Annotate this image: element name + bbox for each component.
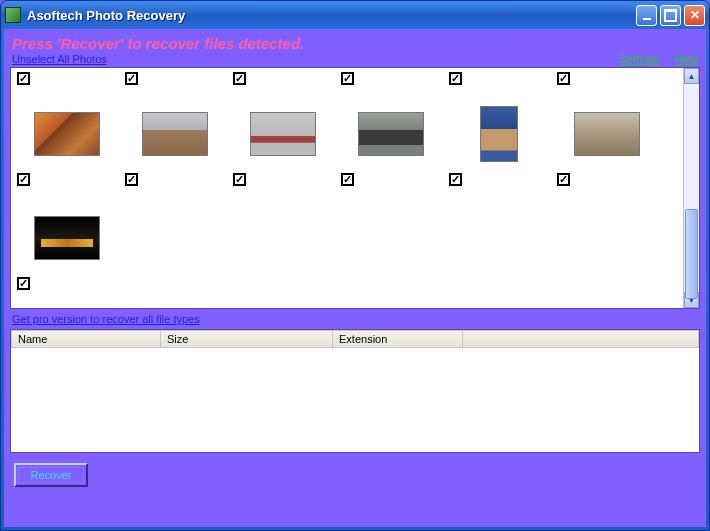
thumbnail-image bbox=[34, 112, 100, 156]
thumbnail-image bbox=[250, 112, 316, 156]
thumbnail-cell[interactable] bbox=[121, 82, 229, 186]
thumbnail-image bbox=[574, 112, 640, 156]
thumbnail-cell[interactable] bbox=[337, 82, 445, 186]
thumbnail-cell[interactable] bbox=[229, 82, 337, 186]
thumb-checkbox[interactable] bbox=[17, 277, 30, 290]
client-area: Press 'Recover' to recover files detecte… bbox=[4, 29, 706, 527]
instruction-text: Press 'Recover' to recover files detecte… bbox=[12, 35, 698, 52]
col-size[interactable]: Size bbox=[161, 330, 333, 348]
thumb-checkbox[interactable] bbox=[125, 173, 138, 186]
recover-button[interactable]: Recover bbox=[14, 463, 88, 487]
titlebar[interactable]: Asoftech Photo Recovery bbox=[1, 1, 709, 29]
thumbnail-cell[interactable] bbox=[13, 186, 121, 290]
help-link[interactable]: Help bbox=[675, 53, 698, 65]
vertical-scrollbar[interactable]: ▲ ▼ bbox=[683, 68, 699, 308]
app-icon bbox=[5, 7, 21, 23]
footer: Recover bbox=[10, 463, 700, 491]
file-table: Name Size Extension bbox=[10, 329, 700, 453]
thumbnail-image bbox=[480, 106, 518, 162]
thumbnail-image bbox=[34, 216, 100, 260]
col-spacer[interactable] bbox=[463, 330, 699, 348]
table-body[interactable] bbox=[11, 348, 699, 452]
toolbar: Unselect All Photos Settings Help bbox=[12, 53, 698, 65]
table-header-row: Name Size Extension bbox=[11, 330, 699, 348]
thumb-checkbox[interactable] bbox=[557, 173, 570, 186]
col-extension[interactable]: Extension bbox=[333, 330, 463, 348]
app-window: Asoftech Photo Recovery Press 'Recover' … bbox=[0, 0, 710, 531]
thumbnail-cell[interactable] bbox=[553, 82, 661, 186]
unselect-all-link[interactable]: Unselect All Photos bbox=[12, 53, 107, 65]
thumbnail-image bbox=[358, 112, 424, 156]
maximize-button[interactable] bbox=[660, 5, 681, 26]
thumbnail-image bbox=[142, 112, 208, 156]
window-title: Asoftech Photo Recovery bbox=[27, 8, 636, 23]
settings-link[interactable]: Settings bbox=[620, 53, 660, 65]
thumbnail-cell[interactable] bbox=[13, 82, 121, 186]
thumb-checkbox[interactable] bbox=[341, 173, 354, 186]
close-button[interactable] bbox=[684, 5, 705, 26]
thumb-checkbox[interactable] bbox=[233, 173, 246, 186]
scroll-track[interactable] bbox=[684, 84, 699, 292]
thumbnails-panel: ▲ ▼ bbox=[10, 67, 700, 309]
scroll-up-button[interactable]: ▲ bbox=[684, 68, 699, 84]
col-name[interactable]: Name bbox=[11, 330, 161, 348]
thumb-checkbox[interactable] bbox=[449, 173, 462, 186]
thumbnails-area[interactable] bbox=[11, 68, 683, 308]
thumbnail-cell[interactable] bbox=[445, 82, 553, 186]
scroll-thumb[interactable] bbox=[685, 209, 698, 299]
thumb-checkbox[interactable] bbox=[17, 173, 30, 186]
minimize-button[interactable] bbox=[636, 5, 657, 26]
pro-version-link[interactable]: Get pro version to recover all file type… bbox=[12, 313, 200, 325]
